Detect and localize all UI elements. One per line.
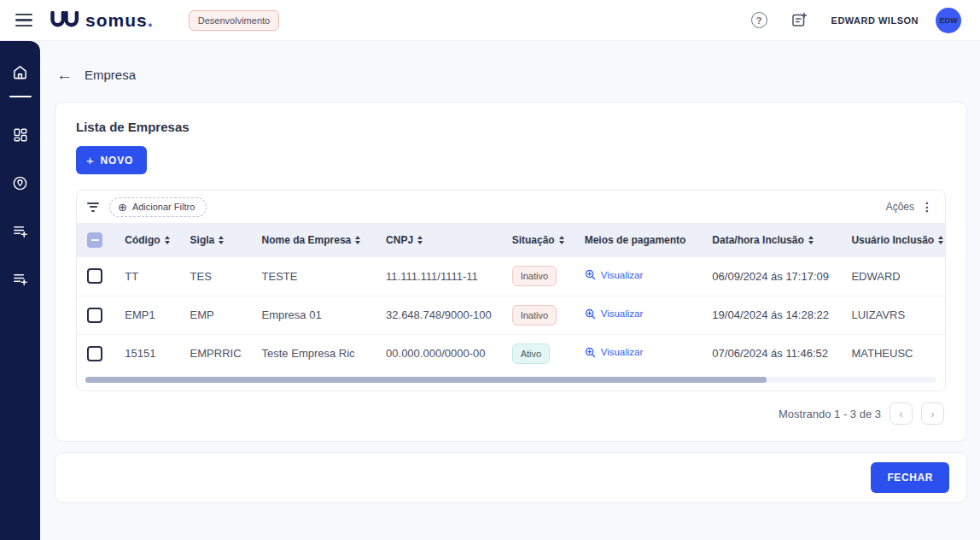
magnifier-icon xyxy=(585,308,596,320)
avatar[interactable]: EDW xyxy=(936,8,961,33)
column-header-usuario-inclusao: Usuário Inclusão xyxy=(841,223,945,257)
column-header-nome: Nome da Empresa xyxy=(252,223,376,257)
sidebar-item-home[interactable] xyxy=(0,53,40,91)
help-icon[interactable]: ? xyxy=(751,12,767,28)
cell-data-inclusao: 07/06/2024 ás 11:46:52 xyxy=(702,334,841,373)
sort-icon xyxy=(938,236,943,244)
playlist-add-icon xyxy=(12,223,28,239)
close-button[interactable]: FECHAR xyxy=(871,462,949,493)
dashboard-grid-icon xyxy=(13,127,28,143)
horizontal-scrollbar[interactable] xyxy=(85,377,936,383)
circle-plus-icon: ⊕ xyxy=(118,202,127,213)
table-scroll-area: Código Sigla Nome da Empresa CNPJ Situaç… xyxy=(77,223,945,373)
status-badge: Inativo xyxy=(512,305,557,326)
cell-sigla: TES xyxy=(180,257,252,296)
playlist-add-icon-2 xyxy=(12,271,28,287)
sidebar-item-locations[interactable] xyxy=(0,164,40,202)
sort-icon xyxy=(355,236,360,244)
pagination-summary: Mostrando 1 - 3 de 3 xyxy=(779,408,881,420)
status-badge: Inativo xyxy=(512,266,557,286)
hamburger-menu-icon[interactable] xyxy=(15,14,32,26)
cell-data-inclusao: 19/04/2024 ás 14:28:22 xyxy=(702,296,841,334)
card-title: Lista de Empresas xyxy=(76,120,946,134)
table-header-row: Código Sigla Nome da Empresa CNPJ Situaç… xyxy=(77,223,945,257)
table-row: 15151 EMPRRIC Teste Empresa Ric 00.000.0… xyxy=(77,334,945,373)
sidebar xyxy=(0,41,40,540)
sidebar-item-dashboard[interactable] xyxy=(0,116,40,154)
logo-dot: . xyxy=(148,9,153,32)
sort-icon xyxy=(808,236,814,244)
environment-badge: Desenvolvimento xyxy=(189,10,279,31)
cell-cnpj: 11.111.111/1111-11 xyxy=(376,257,502,296)
user-name: EDWARD WILSON xyxy=(831,15,919,26)
cell-usuario-inclusao: EDWARD xyxy=(841,257,945,296)
scrollbar-thumb[interactable] xyxy=(85,377,767,383)
main-content: ← Empresa Lista de Empresas + NOVO ⊕ Adi… xyxy=(40,41,980,540)
page-title: Empresa xyxy=(85,68,136,82)
footer-card: FECHAR xyxy=(55,452,967,503)
sidebar-divider xyxy=(9,96,32,97)
magnifier-icon xyxy=(585,347,596,358)
prev-page-button[interactable]: ‹ xyxy=(890,402,913,425)
kebab-menu-icon: ⋮ xyxy=(921,201,933,213)
cell-data-inclusao: 06/09/2024 ás 17:17:09 xyxy=(702,257,841,296)
pagination: Mostrando 1 - 3 de 3 ‹ › xyxy=(76,391,946,436)
filter-funnel-icon[interactable] xyxy=(87,202,99,212)
column-header-situacao: Situação xyxy=(502,223,575,257)
cell-sigla: EMPRRIC xyxy=(180,334,252,373)
cell-codigo: 15151 xyxy=(114,334,179,373)
table-container: ⊕ Adicionar Filtro Ações ⋮ xyxy=(76,190,946,391)
next-page-button[interactable]: › xyxy=(921,402,944,425)
companies-table: Código Sigla Nome da Empresa CNPJ Situaç… xyxy=(77,223,945,373)
cell-sigla: EMP xyxy=(180,296,252,334)
cell-codigo: EMP1 xyxy=(114,296,179,334)
sort-icon xyxy=(559,236,564,244)
chevron-left-icon: ‹ xyxy=(899,408,902,420)
status-badge: Ativo xyxy=(512,343,550,364)
view-payment-link[interactable]: Visualizar xyxy=(585,308,644,320)
column-header-sigla: Sigla xyxy=(180,223,252,257)
cell-nome: TESTE xyxy=(252,257,376,296)
table-row: TT TES TESTE 11.111.111/1111-11 Inativo … xyxy=(77,257,945,296)
sort-icon xyxy=(165,236,170,244)
location-globe-icon xyxy=(12,175,28,191)
row-checkbox[interactable] xyxy=(87,346,102,361)
sort-icon xyxy=(417,236,423,244)
cell-usuario-inclusao: LUIZAVRS xyxy=(841,296,945,334)
sidebar-item-register-2[interactable] xyxy=(0,260,40,297)
top-bar: somus . Desenvolvimento ? EDWARD WILSON … xyxy=(0,0,980,41)
cell-codigo: TT xyxy=(114,257,179,296)
column-header-data-inclusao: Data/hora Inclusão xyxy=(702,223,841,257)
home-icon xyxy=(12,64,28,80)
view-payment-link[interactable]: Visualizar xyxy=(585,347,644,358)
back-arrow-icon[interactable]: ← xyxy=(56,67,73,83)
column-header-codigo: Código xyxy=(114,223,179,257)
plus-icon: + xyxy=(86,154,95,167)
cell-cnpj: 32.648.748/9000-100 xyxy=(376,296,502,334)
logo-text: somus xyxy=(85,10,148,31)
cell-nome: Teste Empresa Ric xyxy=(252,334,376,373)
column-header-cnpj: CNPJ xyxy=(376,223,502,257)
row-checkbox[interactable] xyxy=(87,268,102,284)
cell-nome: Empresa 01 xyxy=(252,296,376,334)
chevron-right-icon: › xyxy=(930,408,934,420)
company-list-card: Lista de Empresas + NOVO ⊕ Adicionar Fil… xyxy=(55,102,967,442)
column-header-meios: Meios de pagamento xyxy=(575,223,703,257)
actions-menu[interactable]: Ações ⋮ xyxy=(886,201,933,213)
cell-usuario-inclusao: MATHEUSC xyxy=(841,334,945,373)
magnifier-icon xyxy=(585,269,596,280)
somus-logo-mark xyxy=(50,11,80,30)
sort-icon xyxy=(219,236,224,244)
view-payment-link[interactable]: Visualizar xyxy=(585,269,644,280)
new-button[interactable]: + NOVO xyxy=(76,146,147,174)
sidebar-item-register-1[interactable] xyxy=(0,212,40,249)
select-all-checkbox[interactable] xyxy=(87,232,102,248)
note-add-icon[interactable] xyxy=(791,12,808,28)
cell-cnpj: 00.000.000/0000-00 xyxy=(376,334,502,373)
row-checkbox[interactable] xyxy=(87,308,102,323)
somus-logo: somus . xyxy=(50,9,153,32)
table-row: EMP1 EMP Empresa 01 32.648.748/9000-100 … xyxy=(77,296,945,334)
add-filter-chip[interactable]: ⊕ Adicionar Filtro xyxy=(109,197,207,217)
